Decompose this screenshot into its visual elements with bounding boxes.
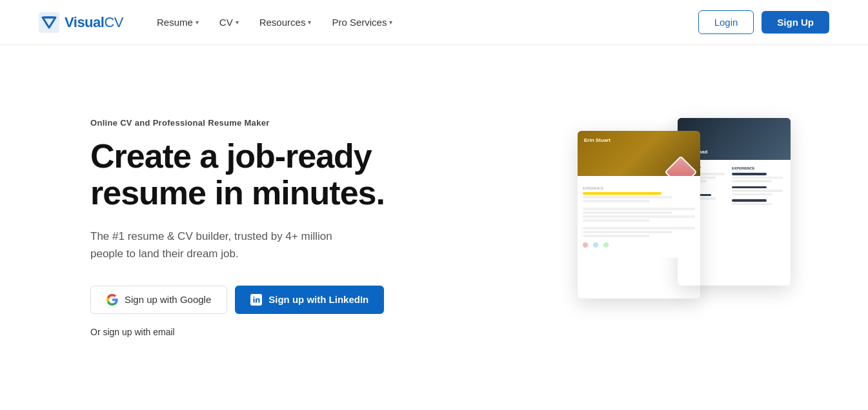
or-email-link[interactable]: Or sign up with email (90, 327, 175, 337)
rc2-line (732, 186, 767, 189)
rc1-section-3 (583, 227, 695, 237)
nav-item-resources: Resources ▾ (252, 12, 319, 33)
linkedin-icon (250, 294, 262, 306)
signup-google-button[interactable]: Sign up with Google (90, 286, 227, 314)
nav-item-cv: CV ▾ (212, 12, 247, 33)
hero-title-line2: resume in minutes. (90, 174, 385, 211)
rc1-line (583, 215, 695, 218)
chevron-resume-icon: ▾ (196, 19, 199, 26)
chevron-resources-icon: ▾ (308, 19, 311, 26)
navbar-left: VisualCV Resume ▾ CV ▾ Resources ▾ (39, 12, 400, 33)
chevron-cv-icon: ▾ (236, 19, 239, 26)
rc2-exp3 (732, 199, 785, 205)
signup-linkedin-label: Sign up with LinkedIn (268, 294, 368, 305)
nav-label-resume: Resume (157, 17, 193, 28)
google-icon (106, 294, 118, 306)
hero-content: Online CV and Professional Resume Maker … (90, 118, 385, 337)
nav-link-pro-services[interactable]: Pro Services ▾ (324, 12, 400, 33)
nav-label-pro-services: Pro Services (332, 17, 387, 28)
rc1-section-dots (583, 242, 695, 248)
or-email-text: Or sign up with email (90, 327, 385, 337)
nav-link-resume[interactable]: Resume ▾ (149, 12, 207, 33)
rc1-line (583, 235, 650, 237)
cta-buttons: Sign up with Google Sign up with LinkedI… (90, 286, 385, 314)
signup-linkedin-button[interactable]: Sign up with LinkedIn (235, 286, 384, 314)
rc1-dot (593, 242, 598, 248)
rc2-line (732, 199, 767, 202)
hero-title: Create a job-ready resume in minutes. (90, 138, 385, 211)
rc1-dot (583, 242, 588, 248)
rc1-line (583, 227, 695, 229)
rc1-line (583, 196, 672, 199)
nav-item-pro-services: Pro Services ▾ (324, 12, 400, 33)
resume-preview-card-1: Erin Stuart Experience (578, 131, 700, 298)
rc2-exp-title: Experience (732, 166, 785, 170)
navbar: VisualCV Resume ▾ CV ▾ Resources ▾ (0, 0, 868, 45)
nav-link-resources[interactable]: Resources ▾ (252, 12, 319, 33)
signup-google-label: Sign up with Google (125, 294, 211, 305)
rc2-line (732, 203, 772, 206)
rc2-line (732, 193, 772, 196)
nav-label-cv: CV (219, 17, 233, 28)
rc2-exp2 (732, 186, 785, 196)
rc1-line (583, 231, 672, 233)
rc1-dot (603, 242, 609, 248)
nav-links: Resume ▾ CV ▾ Resources ▾ Pro Services (149, 12, 400, 33)
rc1-label-1: Experience (583, 186, 695, 190)
rc1-line (583, 200, 650, 202)
rc1-body: Experience (578, 176, 700, 258)
rc1-line (583, 219, 650, 222)
rc2-col-right: Experience (732, 166, 785, 206)
hero-visual: Erin Stuart Experience (578, 105, 791, 350)
rc1-section-1: Experience (583, 186, 695, 202)
nav-item-resume: Resume ▾ (149, 12, 207, 33)
login-button[interactable]: Login (698, 10, 754, 34)
rc1-line (583, 192, 661, 195)
navbar-right: Login Sign Up (698, 10, 829, 34)
rc1-name: Erin Stuart (584, 137, 611, 143)
hero-subtitle: The #1 resume & CV builder, trusted by 4… (90, 228, 348, 262)
rc1-section-2 (583, 208, 695, 222)
chevron-pro-services-icon: ▾ (389, 19, 392, 26)
rc1-header: Erin Stuart (578, 131, 700, 176)
hero-title-line1: Create a job-ready (90, 137, 372, 175)
nav-link-cv[interactable]: CV ▾ (212, 12, 247, 33)
rc2-line (732, 180, 772, 182)
rc2-line (732, 173, 767, 175)
svg-rect-0 (39, 12, 59, 33)
logo[interactable]: VisualCV (39, 12, 123, 33)
logo-text: VisualCV (65, 14, 123, 31)
hero-section: Online CV and Professional Resume Maker … (0, 45, 868, 410)
hero-tagline: Online CV and Professional Resume Maker (90, 118, 385, 128)
rc1-line (583, 208, 695, 210)
rc1-line (583, 211, 672, 214)
rc2-line (732, 177, 783, 179)
logo-icon (39, 12, 59, 33)
signup-button[interactable]: Sign Up (762, 11, 829, 34)
nav-label-resources: Resources (259, 17, 306, 28)
rc2-line (732, 190, 783, 192)
